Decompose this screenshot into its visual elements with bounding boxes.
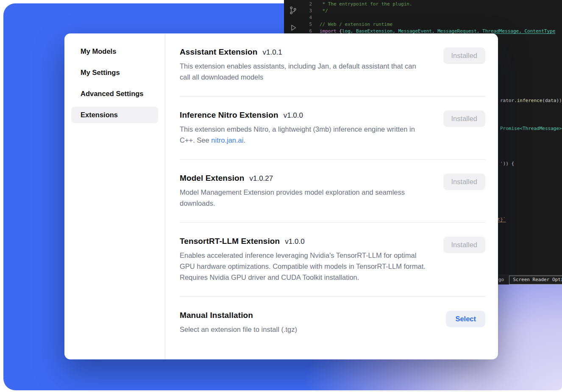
extension-version: v1.0.0: [285, 237, 304, 246]
code-token: // Web / extension runtime: [320, 22, 392, 27]
extension-description: Enables accelerated inference leveraging…: [180, 250, 426, 283]
extension-description: This extension embeds Nitro, a lightweig…: [180, 124, 426, 146]
manual-installation-row: Manual Installation Select an extension …: [180, 297, 485, 343]
settings-sidebar: My Models My Settings Advanced Settings …: [64, 33, 165, 359]
run-debug-icon[interactable]: [289, 23, 298, 32]
extension-row: Model Extension v1.0.27 Model Management…: [180, 160, 485, 223]
extension-version: v1.0.27: [249, 174, 273, 183]
sidebar-item-my-models[interactable]: My Models: [71, 43, 158, 60]
extension-description: Model Management Extension provides mode…: [180, 187, 406, 209]
sidebar-item-my-settings[interactable]: My Settings: [71, 64, 158, 81]
extension-description: This extension enables assistants, inclu…: [180, 61, 426, 83]
installed-button[interactable]: Installed: [443, 110, 485, 127]
sidebar-item-extensions[interactable]: Extensions: [71, 107, 158, 123]
extension-name: Inference Nitro Extension: [180, 110, 278, 120]
sidebar-item-advanced-settings[interactable]: Advanced Settings: [71, 86, 158, 102]
select-file-button[interactable]: Select: [446, 311, 485, 327]
line-number: 5: [302, 21, 312, 28]
statusbar-text: go: [498, 276, 504, 283]
code-token: */: [320, 8, 328, 14]
line-number: 4: [302, 14, 312, 21]
code-line: 4: [302, 14, 562, 21]
code-fragment: rator.inference(data));: [500, 97, 562, 104]
code-line: 5// Web / extension runtime: [302, 21, 562, 28]
settings-modal: My Models My Settings Advanced Settings …: [64, 33, 498, 359]
code-area: 2 * The entrypoint for the plugin. 3 */ …: [302, 1, 562, 35]
extension-row: Inference Nitro Extension v1.0.0 This ex…: [180, 97, 485, 160]
installed-button[interactable]: Installed: [443, 174, 485, 190]
code-line: 3 */: [302, 8, 562, 14]
code-fragment: Promise<ThreadMessage>: [500, 125, 562, 132]
extension-name: TensortRT-LLM Extension: [180, 237, 280, 246]
extensions-list: Assistant Extension v1.0.1 This extensio…: [165, 33, 498, 359]
code-token: * The entrypoint for the plugin.: [320, 1, 412, 7]
line-number: 2: [302, 1, 312, 8]
extension-row: Assistant Extension v1.0.1 This extensio…: [180, 33, 485, 97]
extension-version: v1.0.1: [263, 48, 282, 57]
git-branch-icon[interactable]: [289, 6, 298, 15]
installed-button[interactable]: Installed: [443, 47, 485, 64]
installed-button[interactable]: Installed: [443, 237, 485, 253]
screen-reader-badge[interactable]: Screen Reader Optimized: [509, 276, 562, 284]
code-fragment: ')) {: [500, 160, 514, 167]
manual-installation-description: Select an extension file to install (.tg…: [180, 324, 297, 335]
extension-name: Model Extension: [180, 174, 244, 183]
extension-name: Assistant Extension: [180, 47, 258, 57]
nitro-jan-ai-link[interactable]: nitro.jan.ai.: [211, 136, 245, 144]
code-line: 2 * The entrypoint for the plugin.: [302, 1, 562, 8]
extension-version: v1.0.0: [284, 111, 303, 120]
manual-installation-title: Manual Installation: [180, 311, 253, 320]
extension-row: TensortRT-LLM Extension v1.0.0 Enables a…: [180, 223, 485, 297]
line-number: 3: [302, 8, 312, 14]
